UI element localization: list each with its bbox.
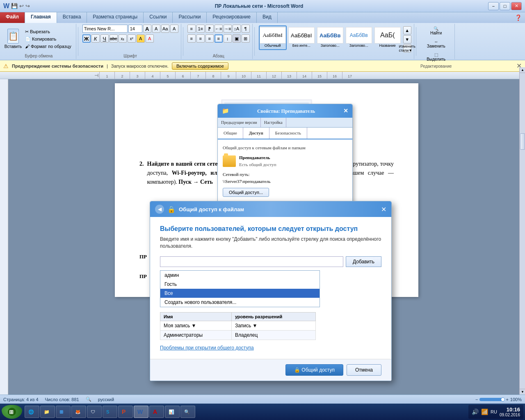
taskbar-app2[interactable]: 📊: [165, 406, 180, 418]
styles-down-button[interactable]: ▼: [403, 35, 411, 43]
taskbar-firefox[interactable]: 🦊: [71, 406, 86, 418]
align-left-button[interactable]: ≡: [187, 34, 196, 43]
align-right-button[interactable]: ≡: [205, 34, 214, 43]
tab-file[interactable]: Файл: [0, 12, 25, 23]
bullets-button[interactable]: ≡: [187, 25, 196, 33]
taskbar-win[interactable]: ⊞: [56, 406, 71, 418]
zoom-out-icon[interactable]: −: [475, 397, 478, 402]
italic-button[interactable]: К: [91, 34, 100, 43]
taskbar-explorer[interactable]: 📁: [40, 406, 55, 418]
cut-button[interactable]: ✂ Вырезать: [23, 28, 73, 35]
superscript-button[interactable]: x²: [128, 34, 136, 43]
show-marks-button[interactable]: ¶: [242, 25, 250, 33]
font-size-input[interactable]: [128, 25, 142, 33]
prop-dialog-close[interactable]: ✕: [343, 107, 348, 115]
select-button[interactable]: ⬚ Выделить: [423, 51, 449, 63]
scroll-down-button[interactable]: ▼: [520, 389, 525, 395]
cell-myrecord-perm[interactable]: Запись ▼: [231, 321, 315, 330]
underline-button[interactable]: Ч: [100, 34, 109, 43]
quick-access-undo[interactable]: ↩: [19, 3, 24, 9]
tab-home[interactable]: Главная: [25, 12, 57, 23]
maximize-button[interactable]: □: [500, 2, 510, 10]
vertical-scrollbar[interactable]: ▲ ▼: [519, 67, 525, 395]
scroll-up-button[interactable]: ▲: [520, 67, 525, 73]
scrollbar-thumb[interactable]: [520, 133, 525, 150]
format-painter-button[interactable]: 🖌 Формат по образцу: [23, 43, 73, 50]
font-name-input[interactable]: [82, 25, 128, 33]
zoom-control[interactable]: − + 100%: [475, 397, 522, 402]
tray-clock[interactable]: 10:16 09.02.2016: [500, 406, 520, 417]
styles-up-button[interactable]: ▲: [403, 26, 411, 34]
prop-tab-access[interactable]: Доступ: [243, 128, 269, 139]
find-button[interactable]: 🔍 Найти: [427, 25, 446, 37]
share-dialog-close[interactable]: ✕: [381, 205, 386, 213]
share-back-button[interactable]: ◀: [155, 205, 164, 214]
font-color-button[interactable]: A: [146, 34, 154, 43]
numbering-button[interactable]: 1≡: [196, 25, 205, 33]
share-add-button[interactable]: Добавить: [346, 256, 381, 267]
border-button[interactable]: ⊞: [242, 34, 250, 43]
dropdown-item-admin[interactable]: админ: [160, 271, 320, 280]
tab-insert[interactable]: Вставка: [57, 12, 87, 23]
dropdown-item-guest[interactable]: Гость: [160, 280, 320, 289]
taskbar-ie[interactable]: 🌐: [25, 406, 39, 418]
prop-tab-prev-versions[interactable]: Предыдущие версии: [218, 118, 261, 127]
case-button[interactable]: Aa: [161, 25, 169, 33]
tab-view[interactable]: Вид: [257, 12, 278, 23]
close-button[interactable]: ✕: [511, 2, 522, 10]
align-center-button[interactable]: ≡: [196, 34, 205, 43]
style-no-spacing[interactable]: АаБбВвI Без инте...: [288, 25, 315, 50]
share-cancel-button[interactable]: Отмена: [347, 364, 381, 376]
quick-access-save[interactable]: 💾: [11, 3, 18, 9]
taskbar-powerpoint[interactable]: P: [118, 406, 133, 418]
taskbar-word[interactable]: W: [134, 406, 148, 418]
increase-indent-button[interactable]: →≡: [224, 25, 232, 33]
style-title[interactable]: АаБ( Название: [374, 25, 402, 50]
zoom-in-icon[interactable]: +: [506, 397, 508, 402]
quick-access-redo[interactable]: ↪: [25, 3, 30, 9]
minimize-button[interactable]: −: [488, 2, 499, 10]
dropdown-item-create-user[interactable]: Создать нового пользователя...: [160, 298, 320, 307]
change-styles-button[interactable]: Изменить стили▼: [403, 44, 411, 52]
taskbar-avg[interactable]: 🛡: [87, 406, 102, 418]
justify-button[interactable]: ≡: [215, 34, 223, 43]
highlight-button[interactable]: A: [137, 34, 145, 43]
taskbar-skype[interactable]: S: [103, 406, 117, 418]
start-button[interactable]: ⊞: [2, 405, 22, 419]
tab-references[interactable]: Ссылки: [144, 12, 173, 23]
prop-share-button[interactable]: Общий доступ...: [223, 188, 269, 197]
share-dropdown[interactable]: админ Гость Все Создать нового пользоват…: [160, 270, 320, 307]
tab-layout[interactable]: Разметка страницы: [87, 12, 144, 23]
multilevel-button[interactable]: ⁋: [205, 25, 214, 33]
decrease-indent-button[interactable]: ←≡: [215, 25, 223, 33]
copy-button[interactable]: 📄 Копировать: [23, 36, 73, 43]
prop-tab-security[interactable]: Безопасность: [269, 128, 307, 139]
taskbar-acrobat[interactable]: A: [149, 406, 164, 418]
tab-mailings[interactable]: Рассылки: [173, 12, 207, 23]
clear-format-button[interactable]: A: [170, 25, 178, 33]
style-heading1[interactable]: АаБбВв Заголово...: [316, 25, 344, 50]
font-size-down-button[interactable]: A: [152, 25, 160, 33]
bold-button[interactable]: Ж: [82, 34, 91, 43]
style-normal[interactable]: АаБбВвI Обычный: [259, 25, 287, 50]
font-size-up-button[interactable]: A: [143, 25, 151, 33]
ribbon-help-icon[interactable]: ❓: [515, 14, 522, 21]
tab-review[interactable]: Рецензирование: [207, 12, 257, 23]
style-heading2[interactable]: АаБбВв Заголово...: [345, 25, 373, 50]
line-spacing-button[interactable]: ↕: [224, 34, 232, 43]
share-user-input[interactable]: [160, 256, 343, 267]
prop-tab-config[interactable]: Настройка: [261, 118, 286, 127]
taskbar-search[interactable]: 🔍: [180, 406, 195, 418]
strikethrough-button[interactable]: abc: [110, 34, 118, 43]
share-share-button[interactable]: 🔒 Общий доступ: [285, 364, 343, 376]
subscript-button[interactable]: x₂: [119, 34, 127, 43]
enable-content-button[interactable]: Включить содержимое: [172, 62, 228, 70]
zoom-slider[interactable]: [479, 398, 504, 401]
share-footer-link[interactable]: Проблемы при открытии общего доступа: [160, 345, 254, 351]
dropdown-item-all[interactable]: Все: [160, 289, 320, 298]
paste-button[interactable]: 📋 Вставить: [4, 27, 22, 51]
sort-button[interactable]: ↕A: [233, 25, 241, 33]
replace-button[interactable]: ↔ Заменить: [423, 38, 449, 50]
shading-button[interactable]: ▣: [233, 34, 241, 43]
prop-tab-general[interactable]: Общие: [218, 128, 243, 139]
